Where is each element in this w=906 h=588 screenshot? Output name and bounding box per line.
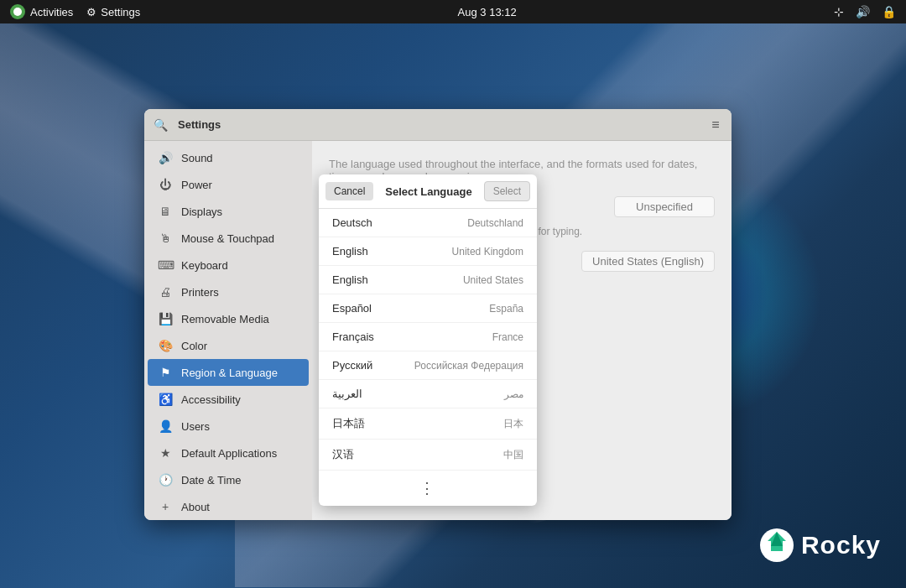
activities-icon bbox=[10, 4, 25, 19]
power-icon: ⏻ bbox=[158, 178, 173, 191]
lang-name: 日本語 bbox=[332, 416, 365, 431]
date-time-icon: 🕐 bbox=[158, 473, 173, 487]
gear-icon: ⚙ bbox=[86, 6, 96, 18]
select-button[interactable]: Select bbox=[484, 181, 530, 201]
sidebar-item-label: Color bbox=[181, 340, 207, 352]
sidebar-item-label: Power bbox=[181, 179, 212, 191]
about-icon: + bbox=[158, 500, 173, 513]
printers-icon: 🖨 bbox=[158, 285, 173, 299]
settings-titlebar: 🔍 Settings ≡ bbox=[144, 109, 732, 141]
main-content: The language used throughout the interfa… bbox=[312, 141, 732, 520]
lang-region: España bbox=[489, 303, 523, 315]
settings-window: 🔍 Settings ≡ 🔊 Sound ⏻ Power 🖥 Displays bbox=[144, 109, 732, 520]
sidebar-item-printers[interactable]: 🖨 Printers bbox=[144, 278, 312, 305]
sidebar-item-label: Removable Media bbox=[181, 313, 269, 325]
sidebar-item-removable-media[interactable]: 💾 Removable Media bbox=[144, 305, 312, 332]
sidebar-item-label: Accessibility bbox=[181, 393, 241, 406]
users-icon: 👤 bbox=[158, 419, 173, 433]
keyboard-icon: ⌨ bbox=[158, 258, 173, 272]
sidebar-item-mouse-touchpad[interactable]: 🖱 Mouse & Touchpad bbox=[144, 225, 312, 252]
sound-icon: 🔊 bbox=[158, 151, 173, 164]
lang-name: Deutsch bbox=[332, 216, 372, 229]
mouse-icon: 🖱 bbox=[158, 232, 173, 245]
language-item[interactable]: Русский Российская Федерация bbox=[319, 351, 537, 380]
topbar-datetime: Aug 3 13:12 bbox=[458, 6, 517, 18]
language-item[interactable]: العربية مصر bbox=[319, 380, 537, 408]
accessibility-icon: ♿ bbox=[158, 393, 173, 406]
topbar: Activities ⚙ Settings Aug 3 13:12 ⊹ 🔊 🔒 bbox=[0, 0, 906, 23]
sidebar-item-sound[interactable]: 🔊 Sound bbox=[144, 144, 312, 171]
language-item[interactable]: 日本語 日本 bbox=[319, 408, 537, 440]
lang-region: 日本 bbox=[503, 417, 523, 431]
lang-name: Français bbox=[332, 330, 374, 343]
sidebar-item-region-language[interactable]: ⚑ Region & Language bbox=[148, 359, 309, 386]
sidebar-item-keyboard[interactable]: ⌨ Keyboard bbox=[144, 252, 312, 278]
language-item[interactable]: English United Kingdom bbox=[319, 237, 537, 266]
settings-button[interactable]: ⚙ Settings bbox=[86, 6, 140, 18]
lang-name: العربية bbox=[332, 388, 362, 400]
sidebar-item-date-time[interactable]: 🕐 Date & Time bbox=[144, 466, 312, 493]
lang-region: Deutschland bbox=[467, 217, 523, 229]
sidebar-item-label: Printers bbox=[181, 286, 219, 299]
settings-body: 🔊 Sound ⏻ Power 🖥 Displays 🖱 Mouse & Tou… bbox=[144, 141, 732, 520]
sidebar-item-power[interactable]: ⏻ Power bbox=[144, 171, 312, 198]
default-apps-icon: ★ bbox=[158, 446, 173, 460]
sidebar-item-label: Sound bbox=[181, 152, 213, 164]
sidebar-item-label: Mouse & Touchpad bbox=[181, 232, 274, 245]
lang-name: Español bbox=[332, 302, 372, 315]
sidebar-item-accessibility[interactable]: ♿ Accessibility bbox=[144, 386, 312, 413]
sidebar-item-label: Displays bbox=[181, 206, 222, 218]
language-dialog: Cancel Select Language Select Deutsch De… bbox=[319, 174, 537, 506]
network-icon[interactable]: ⊹ bbox=[834, 5, 844, 18]
language-item[interactable]: 汉语 中国 bbox=[319, 440, 537, 471]
titlebar-left: 🔍 Settings bbox=[151, 116, 221, 134]
sidebar-item-color[interactable]: 🎨 Color bbox=[144, 332, 312, 359]
sidebar-item-label: Default Applications bbox=[181, 447, 277, 460]
volume-icon[interactable]: 🔊 bbox=[856, 5, 870, 18]
cancel-button[interactable]: Cancel bbox=[325, 182, 373, 200]
sidebar-item-users[interactable]: 👤 Users bbox=[144, 413, 312, 440]
lock-icon[interactable]: 🔒 bbox=[882, 5, 896, 18]
sidebar-item-default-applications[interactable]: ★ Default Applications bbox=[144, 440, 312, 466]
rocky-logo-text: Rocky bbox=[801, 531, 881, 559]
language-item[interactable]: English United States bbox=[319, 266, 537, 294]
more-languages-button[interactable]: ⋮ bbox=[319, 471, 537, 506]
topbar-right: ⊹ 🔊 🔒 bbox=[834, 5, 896, 18]
activities-label: Activities bbox=[30, 6, 73, 18]
input-sources-value[interactable]: United States (English) bbox=[581, 251, 715, 272]
language-item[interactable]: Deutsch Deutschland bbox=[319, 209, 537, 237]
removable-media-icon: 💾 bbox=[158, 312, 173, 325]
activities-button[interactable]: Activities bbox=[10, 4, 73, 19]
language-list: Deutsch Deutschland English United Kingd… bbox=[319, 209, 537, 471]
rocky-logo: Rocky bbox=[759, 528, 881, 563]
formats-value[interactable]: Unspecified bbox=[614, 196, 715, 217]
sidebar-item-label: About bbox=[181, 501, 210, 513]
lang-region: France bbox=[492, 331, 523, 343]
sidebar: 🔊 Sound ⏻ Power 🖥 Displays 🖱 Mouse & Tou… bbox=[144, 141, 312, 520]
sidebar-item-label: Users bbox=[181, 420, 210, 433]
lang-name: 汉语 bbox=[332, 447, 354, 462]
color-icon: 🎨 bbox=[158, 339, 173, 352]
rocky-logo-icon bbox=[759, 528, 794, 563]
topbar-left: Activities ⚙ Settings bbox=[10, 4, 140, 19]
displays-icon: 🖥 bbox=[158, 205, 173, 218]
sidebar-item-about[interactable]: + About bbox=[144, 493, 312, 520]
sidebar-item-label: Date & Time bbox=[181, 474, 242, 487]
language-item[interactable]: Français France bbox=[319, 323, 537, 351]
lang-dialog-header: Cancel Select Language Select bbox=[319, 174, 537, 209]
lang-name: English bbox=[332, 273, 368, 286]
search-button[interactable]: 🔍 bbox=[151, 116, 169, 134]
lang-region: Российская Федерация bbox=[414, 360, 523, 372]
settings-title: Settings bbox=[178, 118, 221, 131]
sidebar-item-displays[interactable]: 🖥 Displays bbox=[144, 198, 312, 225]
sidebar-item-label: Keyboard bbox=[181, 259, 228, 272]
menu-button[interactable]: ≡ bbox=[706, 116, 725, 134]
lang-dialog-title: Select Language bbox=[378, 185, 478, 198]
lang-region: United Kingdom bbox=[452, 246, 523, 258]
settings-label: Settings bbox=[101, 6, 140, 18]
lang-region: مصر bbox=[504, 388, 523, 400]
sidebar-item-label: Region & Language bbox=[181, 367, 278, 379]
lang-region: 中国 bbox=[503, 448, 523, 462]
language-item[interactable]: Español España bbox=[319, 294, 537, 323]
lang-name: Русский bbox=[332, 359, 372, 372]
